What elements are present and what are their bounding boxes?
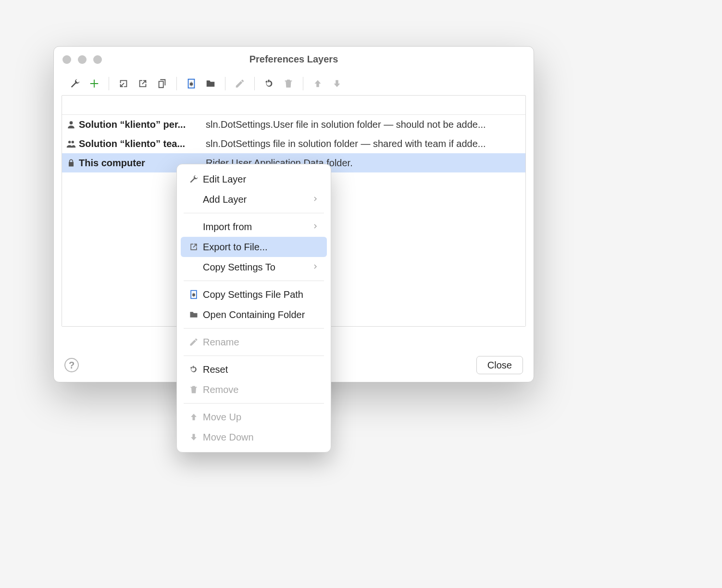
layer-name: Solution “kliento” tea... [79,138,202,149]
arrow-down-icon [187,431,200,443]
arrow-up-icon [187,411,200,423]
toolbar-separator [176,77,177,90]
menu-remove: Remove [181,380,327,400]
menu-separator [184,328,324,329]
menu-copy-settings-to[interactable]: Copy Settings To [181,257,327,277]
layer-row[interactable]: Solution “kliento” tea... sln.DotSetting… [62,134,525,153]
menu-separator [184,403,324,404]
context-menu: Edit Layer Add Layer Import from Export … [176,164,331,453]
layer-description: sln.DotSettings.User file in solution fo… [206,119,523,130]
help-button[interactable]: ? [64,358,79,372]
toolbar-rename [231,75,249,92]
wrench-icon [187,173,200,185]
layer-description: sln.DotSettings file in solution folder … [206,138,523,149]
toolbar [54,72,534,96]
toolbar-separator [254,77,255,90]
folder-icon [187,308,200,321]
menu-separator [184,281,324,281]
toolbar-separator [303,77,303,90]
pencil-icon [187,336,200,348]
toolbar-separator [109,77,109,90]
toolbar-remove [280,75,297,92]
menu-export-to-file[interactable]: Export to File... [181,237,327,257]
menu-move-up: Move Up [181,407,327,427]
layer-row[interactable]: Solution “kliento” per... sln.DotSetting… [62,115,525,134]
menu-edit-layer[interactable]: Edit Layer [181,169,327,189]
team-icon [65,137,77,150]
chevron-right-icon [311,221,319,233]
menu-import-from[interactable]: Import from [181,217,327,237]
window-controls [62,55,102,64]
toolbar-reset[interactable] [261,75,278,92]
menu-copy-settings-file-path[interactable]: Copy Settings File Path [181,284,327,305]
layers-list-header [62,96,525,115]
window-title: Preferences Layers [249,54,338,65]
file-settings-icon [187,288,200,301]
lock-icon [65,157,77,169]
chevron-right-icon [311,194,319,205]
menu-separator [184,213,324,213]
toolbar-import[interactable] [115,75,132,92]
toolbar-copy-settings[interactable] [153,75,171,92]
traffic-close[interactable] [62,55,71,64]
toolbar-export[interactable] [134,75,151,92]
person-icon [65,118,77,131]
toolbar-move-up [309,75,326,92]
titlebar: Preferences Layers [54,47,534,72]
menu-rename: Rename [181,332,327,352]
toolbar-open-folder[interactable] [202,75,219,92]
menu-open-containing-folder[interactable]: Open Containing Folder [181,305,327,325]
trash-icon [187,383,200,396]
layer-name: Solution “kliento” per... [79,119,202,130]
toolbar-edit-layer[interactable] [66,75,84,92]
toolbar-add-layer[interactable] [86,75,103,92]
traffic-zoom[interactable] [93,55,102,64]
reset-icon [187,363,200,376]
export-icon [187,241,200,253]
close-button[interactable]: Close [476,356,523,374]
menu-reset[interactable]: Reset [181,359,327,380]
chevron-right-icon [311,262,319,273]
traffic-minimize[interactable] [78,55,87,64]
toolbar-separator [225,77,225,90]
menu-move-down: Move Down [181,427,327,447]
menu-add-layer[interactable]: Add Layer [181,189,327,209]
toolbar-copy-path[interactable] [183,75,200,92]
toolbar-move-down [328,75,346,92]
menu-separator [184,355,324,356]
